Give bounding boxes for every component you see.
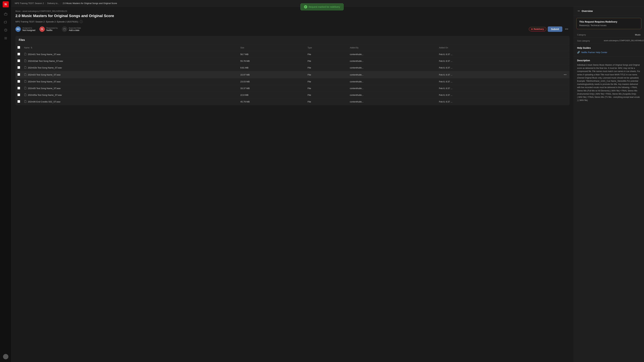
- file-icon: [24, 53, 26, 56]
- toast-message: Request marked for redelivery: [308, 5, 340, 8]
- requested-info: Requested by Netflix: [46, 27, 58, 31]
- row-name: 202m05 Test Song Name_ST.wav: [28, 87, 61, 90]
- row-name-cell: 202m06 End Credits S02_ST.wav: [22, 98, 238, 105]
- th-added-by: Added By: [348, 44, 437, 51]
- row-type: File: [306, 51, 348, 58]
- subtitle-episode: Episode 2: Episode 2 (81579181): [46, 20, 78, 23]
- sidebar-icon-folder[interactable]: [2, 19, 9, 25]
- main-content: NPS Training TEST: Season 2 / Delivery t…: [12, 0, 644, 362]
- reason-label: Reason(s):: [579, 24, 590, 27]
- assigned-avatar: NA: [16, 26, 21, 32]
- breadcrumb-part-3: 2.0 Music Masters for Original Songs and…: [62, 2, 117, 4]
- row-checkbox-cell: [16, 58, 22, 64]
- sidebar: N: [0, 0, 12, 362]
- sidebar-icon-clock[interactable]: [2, 27, 9, 33]
- more-options-button[interactable]: •••: [564, 27, 570, 32]
- meta-bar: NA Assigned to Not Assigned N Requested …: [16, 26, 570, 32]
- row-type: File: [306, 64, 348, 71]
- subcategory-row: Sub category asset.subcategory.COMPOSER_…: [574, 38, 644, 44]
- row-checkbox[interactable]: [18, 53, 20, 55]
- files-table: Name ⇅ Size Type Added By Added On: [16, 44, 570, 105]
- assigned-to-item: NA Assigned to Not Assigned: [16, 26, 36, 32]
- row-size: 56.7 MB: [238, 51, 306, 58]
- row-checkbox[interactable]: [18, 73, 20, 76]
- row-name-cell: 202m02ab Test Song Name_ST.wav: [22, 58, 238, 64]
- sidebar-icon-list[interactable]: [2, 35, 9, 41]
- right-panel-title: Overview: [582, 9, 593, 12]
- row-name-cell: 202m03 Test Song Name_ST.wav: [22, 71, 238, 78]
- th-checkbox: [16, 44, 22, 51]
- expected-date-value[interactable]: Add a date: [69, 29, 81, 31]
- row-size: 9.81 MB: [238, 64, 306, 71]
- row-added-by: contenthubk...: [348, 58, 437, 64]
- right-panel: ⇥ Overview This Request Requires Redeliv…: [574, 7, 644, 362]
- row-checkbox[interactable]: [18, 100, 20, 103]
- row-added-by: contenthubk...: [348, 51, 437, 58]
- breadcrumb-sep-2: /: [61, 2, 62, 4]
- row-checkbox[interactable]: [18, 87, 20, 89]
- row-added-by: contenthubk...: [348, 71, 437, 78]
- category-value: Music: [635, 33, 641, 36]
- row-more-button[interactable]: •••: [563, 73, 568, 76]
- user-avatar[interactable]: [3, 354, 8, 359]
- row-actions-cell: [525, 92, 570, 98]
- th-type: Type: [306, 44, 348, 51]
- row-type: File: [306, 92, 348, 98]
- row-checkbox[interactable]: [18, 93, 20, 96]
- expected-date-info: Expected Date Add a date: [69, 27, 81, 31]
- svg-rect-2: [64, 28, 66, 30]
- row-added-on: Feb 8, 6:37 ...: [437, 98, 525, 105]
- submit-button[interactable]: Submit: [548, 26, 562, 32]
- th-name: Name ⇅: [22, 44, 238, 51]
- row-checkbox-cell: [16, 85, 22, 92]
- help-guides-title: Help Guides: [577, 46, 641, 49]
- table-header-row: Name ⇅ Size Type Added By Added On: [16, 44, 570, 51]
- expected-date-item[interactable]: Expected Date Add a date: [62, 26, 81, 32]
- redelivery-notice-reason: Reason(s): Technical Issues: [579, 24, 638, 27]
- row-checkbox[interactable]: [18, 59, 20, 62]
- th-actions: [525, 44, 570, 51]
- row-size: 22.8 MB: [238, 92, 306, 98]
- subtitle-project: NPS Training TEST: Season 2: [16, 20, 44, 23]
- description-title: Description: [577, 59, 641, 62]
- requested-label: Requested by: [46, 27, 58, 29]
- category-label: Category: [577, 33, 586, 36]
- files-section: Files Name ⇅ Size Type: [16, 36, 570, 105]
- description-text: Individual 2-track Stereo Music Masters …: [577, 63, 641, 102]
- row-added-on: Feb 8, 6:37 ...: [437, 71, 525, 78]
- redelivery-notice-title: This Request Requires Redelivery: [579, 20, 638, 23]
- table-row: 202m05a Test Song Name_ST.wav 22.8 MB Fi…: [16, 92, 570, 98]
- row-size: 15.97 MB: [238, 71, 306, 78]
- row-added-by: contenthubk...: [348, 92, 437, 98]
- row-name-cell: 202m02b Test Song Name_ST.wav: [22, 64, 238, 71]
- file-icon: [24, 93, 26, 97]
- row-type: File: [306, 58, 348, 64]
- sidebar-icon-tv[interactable]: [2, 11, 9, 17]
- th-added-on: Added On: [437, 44, 525, 51]
- row-added-by: contenthubk...: [348, 78, 437, 85]
- th-size: Size: [238, 44, 306, 51]
- row-name: 202m01 Test Song Name_ST.wav: [28, 53, 61, 56]
- info-icon[interactable]: i: [80, 20, 83, 23]
- calendar-icon: [62, 26, 67, 32]
- sort-icon[interactable]: ⇅: [31, 46, 32, 49]
- breadcrumb-part-2[interactable]: Delivery to...: [47, 2, 59, 4]
- breadcrumb-sep-1: /: [45, 2, 46, 4]
- page-meta: Music - asset.subcategory.COMPOSER_DELIV…: [16, 10, 570, 12]
- row-checkbox[interactable]: [18, 80, 20, 83]
- row-type: File: [306, 98, 348, 105]
- row-added-on: Feb 8, 6:37 ...: [437, 51, 525, 58]
- row-actions-cell: [525, 64, 570, 71]
- row-checkbox-cell: [16, 78, 22, 85]
- select-all-checkbox[interactable]: [18, 46, 20, 49]
- subcategory-value: asset.subcategory.COMPOSER_DELIVERABLES: [604, 39, 641, 42]
- table-row: 202m06 End Credits S02_ST.wav 45.79 MB F…: [16, 98, 570, 105]
- breadcrumb-part-1[interactable]: NPS Training TEST: Season 2: [15, 2, 44, 4]
- netflix-logo[interactable]: N: [3, 1, 9, 7]
- row-actions-cell: [525, 78, 570, 85]
- row-name-cell: 202m05 Test Song Name_ST.wav: [22, 85, 238, 92]
- row-added-on: Feb 8, 6:37 ...: [437, 92, 525, 98]
- help-link[interactable]: 🔗 Netflix Partner Help Center: [577, 51, 641, 54]
- table-row: 202m03 Test Song Name_ST.wav 15.97 MB Fi…: [16, 71, 570, 78]
- row-checkbox[interactable]: [18, 66, 20, 69]
